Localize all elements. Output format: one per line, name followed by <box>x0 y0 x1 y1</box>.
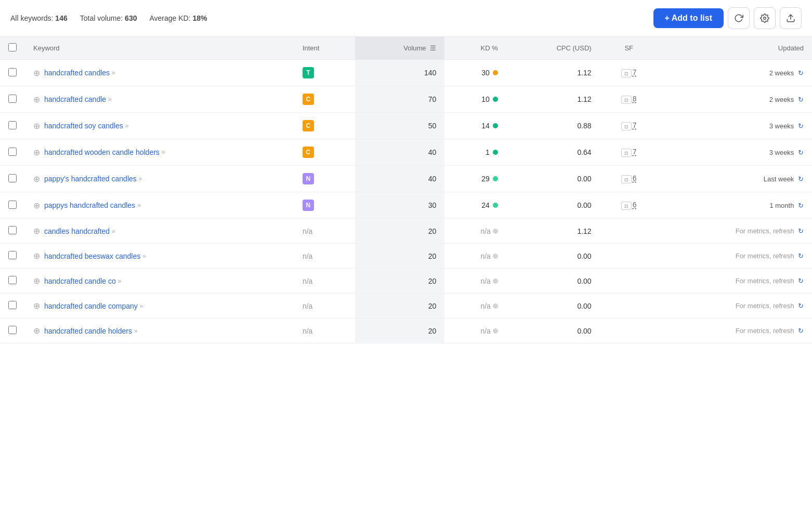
row-checkbox[interactable] <box>8 251 17 259</box>
chevrons-icon: » <box>108 96 112 103</box>
kd-dot <box>493 97 498 102</box>
sf-number[interactable]: 7 <box>633 121 637 129</box>
intent-badge: C <box>303 147 314 158</box>
add-to-list-button[interactable]: + Add to list <box>653 8 724 28</box>
sf-icon: ⊡ <box>621 175 632 183</box>
action-buttons: + Add to list <box>653 7 802 29</box>
intent-badge: N <box>303 173 314 184</box>
intent-badge: C <box>303 120 314 131</box>
sf-number[interactable]: 6 <box>633 174 637 182</box>
refresh-button[interactable] <box>728 7 750 29</box>
select-all-checkbox[interactable] <box>8 43 17 51</box>
cpc-cell: 0.00 <box>506 192 600 219</box>
volume-cell: 20 <box>355 294 444 319</box>
row-checkbox[interactable] <box>8 148 17 156</box>
updated-cell: 2 weeks ↻ <box>658 86 812 113</box>
keyword-link[interactable]: ⊕ handcrafted candle company » <box>33 301 286 311</box>
row-checkbox[interactable] <box>8 68 17 76</box>
keyword-text: pappy's handcrafted candles <box>44 175 137 183</box>
row-checkbox[interactable] <box>8 174 17 182</box>
plus-icon: ⊕ <box>33 68 40 78</box>
chevrons-icon: » <box>118 277 122 285</box>
row-checkbox[interactable] <box>8 201 17 209</box>
sf-col-header: SF <box>600 37 658 60</box>
keyword-link[interactable]: ⊕ candles handcrafted » <box>33 226 286 236</box>
updated-cell: 3 weeks ↻ <box>658 139 812 166</box>
refresh-link[interactable]: ↻ <box>798 175 804 183</box>
export-button[interactable] <box>780 7 802 29</box>
kd-cell: n/a <box>444 219 506 244</box>
refresh-link[interactable]: ↻ <box>798 277 804 285</box>
refresh-link[interactable]: ↻ <box>798 327 804 335</box>
kd-value: 10 <box>481 95 490 103</box>
keyword-link[interactable]: ⊕ handcrafted candles » <box>33 68 286 78</box>
keyword-link[interactable]: ⊕ handcrafted candle » <box>33 95 286 104</box>
row-checkbox[interactable] <box>8 326 17 334</box>
refresh-link[interactable]: ↻ <box>798 252 804 260</box>
sf-cell: ⊡7 <box>600 139 658 166</box>
keyword-link[interactable]: ⊕ pappy's handcrafted candles » <box>33 174 286 184</box>
volume-cell: 20 <box>355 219 444 244</box>
kd-dot <box>493 328 498 334</box>
intent-badge: C <box>303 94 314 105</box>
table-row: ⊕ handcrafted wooden candle holders » C4… <box>0 139 812 166</box>
updated-cell: For metrics, refresh ↻ <box>658 219 812 244</box>
cpc-col-header: CPC (USD) <box>506 37 600 60</box>
sf-cell <box>600 244 658 269</box>
refresh-link[interactable]: ↻ <box>798 202 804 209</box>
volume-col-header[interactable]: Volume ☰ <box>355 37 444 60</box>
row-checkbox[interactable] <box>8 95 17 103</box>
refresh-link[interactable]: ↻ <box>798 122 804 130</box>
cpc-cell: 1.12 <box>506 86 600 113</box>
settings-button[interactable] <box>754 7 776 29</box>
keyword-link[interactable]: ⊕ handcrafted candle holders » <box>33 326 286 336</box>
sf-cell <box>600 219 658 244</box>
chevrons-icon: » <box>139 175 142 182</box>
sf-number[interactable]: 6 <box>633 201 637 209</box>
kd-value: n/a <box>480 302 490 310</box>
sf-number[interactable]: 7 <box>633 68 637 76</box>
row-checkbox[interactable] <box>8 301 17 309</box>
keyword-link[interactable]: ⊕ handcrafted wooden candle holders » <box>33 148 286 157</box>
kd-value: 29 <box>481 175 490 183</box>
keyword-link[interactable]: ⊕ handcrafted candle co » <box>33 276 286 286</box>
chevrons-icon: » <box>162 149 165 156</box>
plus-icon: ⊕ <box>33 251 40 261</box>
keyword-link[interactable]: ⊕ handcrafted soy candles » <box>33 121 286 131</box>
keyword-link[interactable]: ⊕ pappys handcrafted candles » <box>33 201 286 210</box>
refresh-link[interactable]: ↻ <box>798 227 804 235</box>
updated-text: Last week <box>764 175 794 183</box>
sf-number[interactable]: 7 <box>633 148 637 156</box>
kd-value: 14 <box>481 122 490 130</box>
volume-cell: 20 <box>355 319 444 343</box>
kd-cell: 10 <box>444 86 506 113</box>
chevrons-icon: » <box>112 69 115 76</box>
updated-cell: For metrics, refresh ↻ <box>658 294 812 319</box>
plus-icon: ⊕ <box>33 148 40 157</box>
row-checkbox[interactable] <box>8 121 17 129</box>
refresh-link[interactable]: ↻ <box>798 96 804 103</box>
refresh-link[interactable]: ↻ <box>798 302 804 310</box>
row-checkbox[interactable] <box>8 226 17 234</box>
keyword-link[interactable]: ⊕ handcrafted beeswax candles » <box>33 251 286 261</box>
refresh-link[interactable]: ↻ <box>798 149 804 156</box>
row-checkbox[interactable] <box>8 276 17 284</box>
avg-kd-stat: Average KD: 18% <box>149 14 207 22</box>
refresh-link[interactable]: ↻ <box>798 69 804 77</box>
sf-icon: ⊡ <box>621 149 632 157</box>
sf-cell: ⊡7 <box>600 113 658 139</box>
kd-dot <box>493 203 498 208</box>
sf-cell: ⊡8 <box>600 86 658 113</box>
kd-value: n/a <box>480 277 490 285</box>
kd-cell: 1 <box>444 139 506 166</box>
kd-col-header: KD % <box>444 37 506 60</box>
table-row: ⊕ handcrafted beeswax candles » n/a20n/a… <box>0 244 812 269</box>
plus-icon: ⊕ <box>33 174 40 184</box>
updated-cell: Last week ↻ <box>658 166 812 192</box>
cpc-cell: 0.00 <box>506 269 600 294</box>
intent-na: n/a <box>303 277 312 285</box>
sf-number[interactable]: 8 <box>633 95 637 103</box>
volume-cell: 40 <box>355 166 444 192</box>
chevrons-icon: » <box>142 253 146 260</box>
refresh-prompt: For metrics, refresh <box>736 277 794 285</box>
